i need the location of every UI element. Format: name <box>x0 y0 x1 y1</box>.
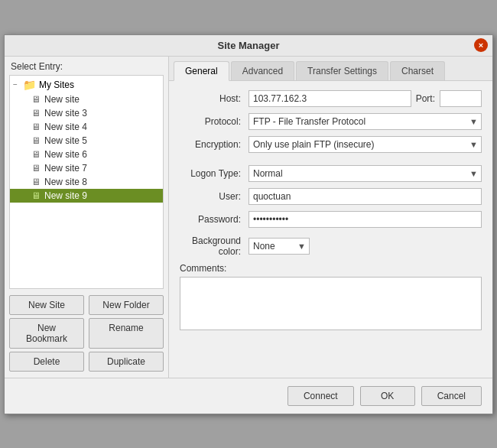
list-item[interactable]: 🖥New site 9 <box>10 189 163 203</box>
tabs: General Advanced Transfer Settings Chars… <box>169 57 492 81</box>
list-item[interactable]: 🖥New site 6 <box>10 148 163 161</box>
site-item-label: New site 6 <box>44 149 87 160</box>
dialog-title: Site Manager <box>218 40 280 51</box>
user-row: User: <box>180 188 482 205</box>
site-item-label: New site 3 <box>44 108 87 118</box>
button-row-3: Delete Duplicate <box>9 352 164 372</box>
port-input[interactable] <box>440 90 482 107</box>
encryption-select[interactable]: Only use plain FTP (insecure) <box>248 136 482 153</box>
tab-charset[interactable]: Charset <box>390 61 445 80</box>
bg-color-label: Background color: <box>180 235 248 257</box>
folder-icon: 📁 <box>23 79 36 91</box>
site-item-label: New site 8 <box>44 177 87 187</box>
password-input[interactable] <box>248 211 482 228</box>
new-bookmark-button[interactable]: New Bookmark <box>9 318 84 349</box>
list-item[interactable]: 🖥New site <box>10 93 163 106</box>
site-item-label: New site 9 <box>44 190 87 201</box>
site-list: 🖥New site🖥New site 3🖥New site 4🖥New site… <box>10 93 163 203</box>
list-item[interactable]: 🖥New site 8 <box>10 175 163 189</box>
new-folder-button[interactable]: New Folder <box>89 295 164 315</box>
logon-type-select[interactable]: Normal <box>248 165 482 182</box>
new-site-button[interactable]: New Site <box>9 295 84 315</box>
host-row: Host: Port: <box>180 90 482 107</box>
delete-button[interactable]: Delete <box>9 352 84 372</box>
bottom-bar: Connect OK Cancel <box>5 378 492 414</box>
site-icon: 🖥 <box>31 122 41 132</box>
host-input-group: Port: <box>248 90 482 107</box>
tree-area: − 📁 My Sites 🖥New site🖥New site 3🖥New si… <box>9 75 164 289</box>
encryption-row: Encryption: Only use plain FTP (insecure… <box>180 136 482 153</box>
duplicate-button[interactable]: Duplicate <box>89 352 164 372</box>
site-manager-dialog: Site Manager × Select Entry: − 📁 My Site… <box>4 34 493 414</box>
password-row: Password: <box>180 211 482 228</box>
logon-type-label: Logon Type: <box>180 168 248 179</box>
site-icon: 🖥 <box>31 177 41 187</box>
site-icon: 🖥 <box>31 190 41 201</box>
site-item-label: New site 4 <box>44 122 87 132</box>
bg-color-select[interactable]: None <box>248 238 310 255</box>
folder-label: My Sites <box>39 80 74 90</box>
protocol-row: Protocol: FTP - File Transfer Protocol ▼ <box>180 113 482 130</box>
tab-advanced[interactable]: Advanced <box>231 61 294 80</box>
site-item-label: New site <box>44 94 80 105</box>
left-panel: Select Entry: − 📁 My Sites 🖥New site🖥New… <box>5 57 169 378</box>
protocol-label: Protocol: <box>180 116 248 127</box>
site-icon: 🖥 <box>31 149 41 160</box>
right-panel: General Advanced Transfer Settings Chars… <box>169 57 492 378</box>
logon-type-select-wrapper: Normal ▼ <box>248 165 482 182</box>
logon-type-row: Logon Type: Normal ▼ <box>180 165 482 182</box>
button-row-1: New Site New Folder <box>9 295 164 315</box>
list-item[interactable]: 🖥New site 3 <box>10 106 163 120</box>
host-label: Host: <box>180 93 248 104</box>
user-label: User: <box>180 191 248 202</box>
site-item-label: New site 5 <box>44 135 87 146</box>
comments-section: Comments: <box>180 263 482 333</box>
encryption-label: Encryption: <box>180 139 248 150</box>
tab-general[interactable]: General <box>174 61 229 81</box>
comments-textarea[interactable] <box>180 277 482 330</box>
tab-content-general: Host: Port: Protocol: FTP - File Transfe… <box>169 81 492 378</box>
list-item[interactable]: 🖥New site 4 <box>10 120 163 134</box>
port-label: Port: <box>416 93 435 104</box>
button-row-2: New Bookmark Rename <box>9 318 164 349</box>
comments-label: Comments: <box>180 263 482 274</box>
site-item-label: New site 7 <box>44 163 87 174</box>
expand-icon: − <box>13 80 21 89</box>
left-buttons: New Site New Folder New Bookmark Rename … <box>5 289 168 378</box>
site-icon: 🖥 <box>31 135 41 146</box>
site-icon: 🖥 <box>31 163 41 174</box>
user-input[interactable] <box>248 188 482 205</box>
bg-color-row: Background color: None ▼ <box>180 235 482 257</box>
connect-button[interactable]: Connect <box>287 386 354 406</box>
my-sites-folder[interactable]: − 📁 My Sites <box>10 77 163 93</box>
title-bar: Site Manager × <box>5 35 492 57</box>
bg-color-select-wrapper: None ▼ <box>248 238 310 255</box>
ok-button[interactable]: OK <box>360 386 415 406</box>
protocol-select[interactable]: FTP - File Transfer Protocol <box>248 113 482 130</box>
select-entry-label: Select Entry: <box>5 61 168 75</box>
site-icon: 🖥 <box>31 108 41 118</box>
tab-transfer-settings[interactable]: Transfer Settings <box>296 61 388 80</box>
password-label: Password: <box>180 214 248 225</box>
cancel-button[interactable]: Cancel <box>421 386 482 406</box>
dialog-body: Select Entry: − 📁 My Sites 🖥New site🖥New… <box>5 57 492 378</box>
site-icon: 🖥 <box>31 94 41 105</box>
host-input[interactable] <box>248 90 411 107</box>
list-item[interactable]: 🖥New site 7 <box>10 161 163 175</box>
close-button[interactable]: × <box>474 38 488 52</box>
rename-button[interactable]: Rename <box>89 318 164 349</box>
encryption-select-wrapper: Only use plain FTP (insecure) ▼ <box>248 136 482 153</box>
list-item[interactable]: 🖥New site 5 <box>10 134 163 148</box>
protocol-select-wrapper: FTP - File Transfer Protocol ▼ <box>248 113 482 130</box>
